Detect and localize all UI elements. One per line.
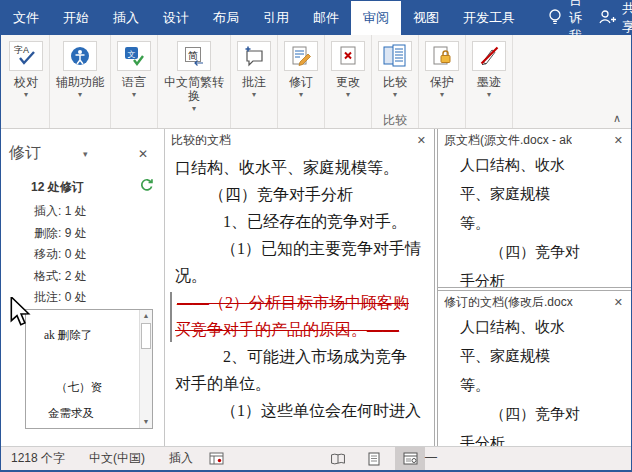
document-line: 口结构、收水平、家庭规模等。 bbox=[175, 154, 430, 181]
insertions-count: 插入: 1 处 bbox=[34, 201, 164, 223]
chinese-conversion-label: 中文简繁转换 bbox=[164, 75, 224, 103]
comments-count: 批注: 0 处 bbox=[34, 287, 164, 309]
proofing-icon: 字A bbox=[9, 41, 43, 71]
ribbon-tab-bar: 文件 开始 插入 设计 布局 引用 邮件 审阅 视图 开发工具 告诉我 共享 bbox=[1, 1, 631, 35]
tab-layout[interactable]: 布局 bbox=[201, 1, 251, 35]
chevron-down-icon: ▾ bbox=[252, 90, 256, 99]
ribbon-group-language: 文 语言 ▾ bbox=[111, 35, 158, 128]
document-line: （1）这些单位会在何时进入 bbox=[175, 397, 430, 424]
preview-scrollbar[interactable]: ▲ ▼ bbox=[139, 310, 152, 428]
proofing-label: 校对 bbox=[14, 75, 38, 89]
share-label: 共享 bbox=[622, 0, 632, 36]
chevron-down-icon: ▾ bbox=[132, 90, 136, 99]
language-button[interactable]: 文 语言 ▾ bbox=[117, 41, 151, 99]
add-person-icon bbox=[598, 9, 617, 28]
tab-file[interactable]: 文件 bbox=[1, 1, 51, 35]
tab-review[interactable]: 审阅 bbox=[351, 1, 401, 35]
revisions-pane-close-icon[interactable]: ✕ bbox=[138, 147, 148, 161]
chevron-down-icon: ▾ bbox=[393, 90, 397, 99]
ink-button[interactable]: 墨迹 ▾ bbox=[472, 41, 506, 99]
read-mode-button[interactable] bbox=[323, 447, 353, 470]
tab-insert[interactable]: 插入 bbox=[101, 1, 151, 35]
svg-text:文: 文 bbox=[128, 50, 136, 59]
tab-view[interactable]: 视图 bbox=[401, 1, 451, 35]
svg-text:字A: 字A bbox=[14, 45, 29, 55]
moves-count: 移动: 0 处 bbox=[34, 244, 164, 266]
compare-icon bbox=[378, 41, 412, 71]
share-button[interactable]: 共享 bbox=[588, 1, 632, 35]
revised-document-body[interactable]: 人口结构、收水 平、家庭规模 等。 （四）竞争对 手分析 bbox=[438, 311, 631, 446]
document-line: 人口结构、收水 bbox=[460, 151, 629, 180]
print-layout-button[interactable] bbox=[359, 447, 389, 470]
macro-record-icon[interactable] bbox=[209, 452, 224, 465]
revision-preview-text: （七）资 bbox=[56, 380, 102, 395]
track-changes-label: 修订 bbox=[289, 75, 313, 89]
compared-document-body[interactable]: 口结构、收水平、家庭规模等。 （四）竞争对手分析 1、已经存在的竞争对手。 （1… bbox=[165, 149, 434, 446]
comments-button[interactable]: 批注 ▾ bbox=[237, 41, 271, 99]
document-line: 等。 bbox=[460, 209, 629, 238]
chinese-conversion-button[interactable]: 简 中文简繁转换 ▾ bbox=[164, 41, 224, 113]
language-icon: 文 bbox=[117, 41, 151, 71]
chevron-down-icon: ▾ bbox=[78, 90, 82, 99]
revised-document-close-icon[interactable]: ✕ bbox=[614, 296, 623, 309]
original-document-body[interactable]: 人口结构、收水 平、家庭规模 等。 （四）竞争对 手分析 bbox=[438, 149, 631, 287]
document-line: 况。 bbox=[175, 262, 430, 289]
ribbon-group-compare: 比较 ▾ 比较 bbox=[372, 35, 419, 128]
chevron-down-icon: ▾ bbox=[299, 90, 303, 99]
document-line: 1、已经存在的竞争对手。 bbox=[175, 208, 430, 235]
tab-references[interactable]: 引用 bbox=[251, 1, 301, 35]
track-changes-icon bbox=[284, 41, 318, 71]
proofing-button[interactable]: 字A 校对 ▾ bbox=[9, 41, 43, 99]
tab-design[interactable]: 设计 bbox=[151, 1, 201, 35]
ribbon-group-tracking: 修订 ▾ bbox=[278, 35, 325, 128]
track-changes-button[interactable]: 修订 ▾ bbox=[284, 41, 318, 99]
revised-document-title: 修订的文档(修改后.docx bbox=[444, 294, 573, 311]
zoom-out-button[interactable]: — bbox=[425, 450, 437, 464]
chevron-down-icon: ▾ bbox=[192, 104, 196, 113]
revision-count-summary[interactable]: 12 处修订 bbox=[31, 179, 84, 196]
compare-button[interactable]: 比较 ▾ bbox=[378, 41, 412, 99]
source-documents-column: 原文档(源文件.docx - ak ✕ 人口结构、收水 平、家庭规模 等。 （四… bbox=[438, 129, 631, 446]
revision-author-action: ak 删除了 bbox=[44, 328, 92, 343]
revisions-pane-menu-icon[interactable]: ▾ bbox=[83, 149, 88, 159]
compare-group-caption: 比较 bbox=[383, 112, 407, 128]
language-label: 语言 bbox=[122, 75, 146, 89]
revised-document-pane: 修订的文档(修改后.docx ✕ 人口结构、收水 平、家庭规模 等。 （四）竞争… bbox=[438, 291, 631, 446]
ribbon-group-protect: 保护 ▾ bbox=[419, 35, 466, 128]
original-document-title: 原文档(源文件.docx - ak bbox=[444, 132, 572, 149]
ribbon-group-proofing: 字A 校对 ▾ bbox=[3, 35, 50, 128]
formatting-count: 格式: 2 处 bbox=[34, 266, 164, 288]
tab-home[interactable]: 开始 bbox=[51, 1, 101, 35]
protect-icon bbox=[425, 41, 459, 71]
changes-button[interactable]: 更改 ▾ bbox=[331, 41, 365, 99]
insert-mode-status[interactable]: 插入 bbox=[169, 450, 193, 467]
ribbon-group-chinese-conversion: 简 中文简繁转换 ▾ bbox=[158, 35, 231, 128]
deleted-text-line: 买竞争对手的产品的原因。—— bbox=[175, 316, 430, 343]
deletions-count: 删除: 9 处 bbox=[34, 223, 164, 245]
compared-document-close-icon[interactable]: ✕ bbox=[417, 134, 426, 147]
collapse-ribbon-button[interactable]: ∧ bbox=[613, 112, 621, 125]
chevron-down-icon: ▾ bbox=[440, 90, 444, 99]
language-status[interactable]: 中文(中国) bbox=[89, 450, 145, 467]
tab-developer[interactable]: 开发工具 bbox=[451, 1, 527, 35]
chevron-down-icon: ▾ bbox=[346, 90, 350, 99]
tab-mailings[interactable]: 邮件 bbox=[301, 1, 351, 35]
accessibility-button[interactable]: 辅助功能 ▾ bbox=[56, 41, 104, 99]
web-layout-button[interactable] bbox=[395, 447, 425, 470]
word-count[interactable]: 1218 个字 bbox=[11, 450, 65, 467]
accessibility-icon bbox=[63, 41, 97, 71]
word-window: 文件 开始 插入 设计 布局 引用 邮件 审阅 视图 开发工具 告诉我 共享 字… bbox=[0, 0, 632, 472]
original-document-close-icon[interactable]: ✕ bbox=[614, 134, 623, 147]
refresh-icon[interactable] bbox=[139, 178, 154, 196]
protect-button[interactable]: 保护 ▾ bbox=[425, 41, 459, 99]
main-area: 修订 ▾ ✕ 12 处修订 插入: 1 处 删除: 9 处 移动: 0 处 格式… bbox=[1, 129, 631, 446]
compared-document-pane: 比较的文档 ✕ 口结构、收水平、家庭规模等。 （四）竞争对手分析 1、已经存在的… bbox=[165, 129, 434, 446]
revision-preview-box[interactable]: ak 删除了 （七）资 金需求及 ▲ ▼ bbox=[25, 309, 153, 429]
scrollbar-thumb[interactable] bbox=[141, 323, 151, 349]
scroll-down-icon[interactable]: ▼ bbox=[140, 418, 152, 426]
ink-icon bbox=[472, 41, 506, 71]
chevron-down-icon: ▾ bbox=[24, 90, 28, 99]
tell-me-button[interactable]: 告诉我 bbox=[541, 1, 588, 35]
comment-icon bbox=[237, 41, 271, 71]
scroll-up-icon[interactable]: ▲ bbox=[140, 312, 152, 320]
